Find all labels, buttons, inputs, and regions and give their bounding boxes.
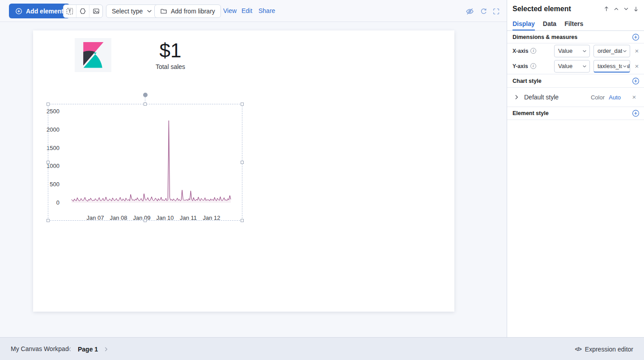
fullscreen-button[interactable] [491,7,500,16]
refresh-icon [480,8,487,15]
metric-label: Total sales [137,63,204,70]
panel-tabs: Display Data Filters [507,19,644,31]
plus-circle-icon [15,8,22,15]
workpad-name-button[interactable]: My Canvas Workpad [11,338,69,360]
expression-editor-label: Expression editor [585,346,633,353]
x-axis-type-select[interactable]: Value [554,45,590,57]
remove-x-axis-button[interactable]: × [633,47,640,55]
chevron-down-icon [582,48,587,54]
page-label[interactable]: Page 1 [78,346,98,353]
add-text-button[interactable] [64,5,76,17]
chevron-left-icon [67,346,73,352]
add-dimension-button[interactable] [632,33,640,41]
chevron-down-icon [146,8,153,14]
x-axis-field-value: order_date [597,47,626,54]
view-link[interactable]: View [223,0,237,22]
add-image-button[interactable] [89,5,102,17]
folder-icon [160,8,167,15]
chart-style-header: Chart style [507,75,644,88]
layer-order-controls [603,5,640,13]
select-type-dropdown[interactable]: Select type [106,4,158,18]
add-element-button[interactable]: Add element [9,4,70,18]
chevron-right-icon[interactable] [513,94,520,100]
resize-handle-bottom-left[interactable] [47,219,50,222]
selected-element-panel: Selected element Display Data Filters Di… [507,0,644,337]
hide-editing-controls-button[interactable] [465,7,474,16]
chevron-down-icon [623,6,629,12]
resize-handle-middle-left[interactable] [47,161,50,164]
add-element-label: Add element [26,8,64,15]
add-shape-button[interactable] [76,5,89,17]
resize-handle-bottom-right[interactable] [241,219,244,222]
next-page-button[interactable] [102,346,110,353]
shape-element-icon [79,8,86,15]
expression-editor-button[interactable]: Expression editor [575,338,633,360]
element-style-header: Element style [507,107,644,120]
rotation-handle[interactable] [143,93,148,97]
remove-style-button[interactable]: × [631,94,638,101]
edit-link[interactable]: Edit [242,0,252,22]
tab-data[interactable]: Data [543,19,556,30]
chart-style-label: Chart style [513,78,542,84]
info-icon [530,63,536,69]
color-auto-link[interactable]: Auto [609,94,621,101]
resize-handle-bottom-center[interactable] [144,219,147,222]
x-axis-label: X-axis [513,48,528,54]
chevron-up-icon [613,6,619,12]
canvas-stage[interactable]: $1 Total sales 05001000150020002500 Jan … [0,22,507,337]
dimensions-measures-label: Dimensions & measures [513,34,577,40]
image-element-icon [93,8,100,15]
chevron-down-icon [622,48,627,54]
quick-element-group [63,4,103,18]
refresh-button[interactable] [479,7,488,16]
panel-title: Selected element [513,5,571,13]
chevron-right-icon [103,346,109,352]
x-axis-label-group: X-axis [513,48,536,54]
resize-handle-top-center[interactable] [144,103,147,106]
add-chart-style-button[interactable] [632,77,640,85]
tab-filters[interactable]: Filters [564,19,583,30]
resize-handle-top-right[interactable] [241,103,244,106]
select-type-label: Select type [112,8,143,15]
add-from-library-button[interactable]: Add from library [154,4,221,18]
y-axis-type-select[interactable]: Value [554,60,590,73]
chevron-down-icon [582,64,587,69]
resize-handle-middle-right[interactable] [241,161,244,164]
element-style-label: Element style [513,110,549,116]
top-toolbar: Add element Select type Add from library… [0,0,507,22]
share-link[interactable]: Share [258,0,275,22]
previous-page-button[interactable] [66,346,73,353]
element-selection-box[interactable] [48,104,242,221]
y-axis-row: Y-axis Value taxless_total_price × [507,58,644,74]
info-icon [530,48,536,54]
metric-value: $1 [137,39,204,62]
kibana-logo-element[interactable] [75,38,111,72]
dimensions-measures-header: Dimensions & measures [507,31,644,43]
resize-handle-top-left[interactable] [47,103,50,106]
arrow-up-icon [603,6,610,12]
y-axis-type-value: Value [558,63,572,69]
y-axis-field-select[interactable]: taxless_total_price [593,60,630,73]
metric-element[interactable]: $1 Total sales [137,39,204,70]
eye-slash-icon [466,7,474,16]
arrow-down-icon [633,6,639,12]
bring-forward-button[interactable] [613,5,620,13]
y-axis-label: Y-axis [513,63,528,69]
bring-to-front-button[interactable] [603,5,610,13]
workpad-page[interactable]: $1 Total sales 05001000150020002500 Jan … [33,30,454,312]
color-label: Color [591,94,605,101]
y-axis-label-group: Y-axis [513,63,536,69]
x-axis-field-select[interactable]: order_date [593,45,630,57]
x-axis-type-value: Value [558,47,572,54]
x-axis-row: X-axis Value order_date × [507,43,644,58]
canvas-app: Add element Select type Add from library… [0,0,644,360]
add-from-library-label: Add from library [171,8,215,15]
add-element-style-button[interactable] [632,110,640,117]
remove-y-axis-button[interactable]: × [633,63,640,70]
send-backward-button[interactable] [623,5,630,13]
chevron-down-icon [622,64,627,69]
send-to-back-button[interactable] [632,5,640,13]
fullscreen-icon [492,8,500,15]
tab-display[interactable]: Display [513,19,535,30]
code-icon [575,346,581,352]
